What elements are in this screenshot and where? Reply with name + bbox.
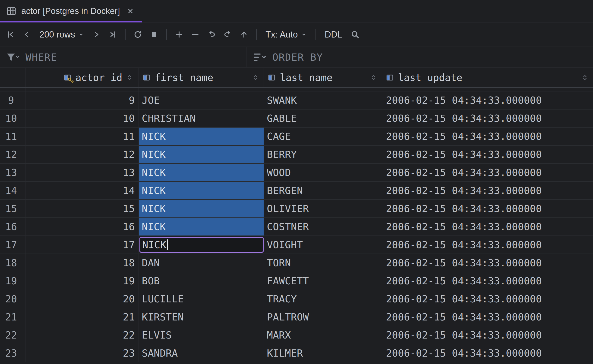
previous-page-button[interactable] [19, 26, 35, 43]
cell-editor[interactable]: NICK [139, 237, 264, 253]
cell-last-name[interactable]: COSTNER [264, 218, 382, 235]
next-page-button[interactable] [89, 26, 105, 43]
cell-last-update[interactable]: 2006-02-15 04:34:33.000000 [382, 200, 593, 217]
order-by-clause-input[interactable]: ORDER BY [247, 47, 593, 67]
cell-first-name[interactable]: NICK [139, 200, 264, 217]
cell-last-update[interactable]: 2006-02-15 04:34:33.000000 [382, 128, 593, 145]
row-number[interactable]: 12 [0, 146, 26, 163]
ddl-button[interactable]: DDL [320, 26, 347, 43]
cell-last-update[interactable]: 2006-02-15 04:34:33.000000 [382, 308, 593, 326]
row-number[interactable]: 10 [0, 110, 26, 127]
cell-last-update[interactable]: 2006-02-15 04:34:33.000000 [382, 182, 593, 199]
cell-first-name[interactable]: NICK [139, 164, 264, 181]
cell-first-name[interactable]: CHRISTIAN [139, 110, 264, 127]
cell-last-name[interactable]: BERRY [264, 146, 382, 163]
cell-actor-id[interactable]: 17 [26, 236, 139, 254]
column-header-first-name[interactable]: first_name [139, 68, 264, 87]
cell-last-name[interactable]: PALTROW [264, 308, 382, 326]
search-button[interactable] [347, 26, 363, 43]
cell-last-update[interactable]: 2006-02-15 04:34:33.000000 [382, 91, 593, 109]
cell-actor-id[interactable]: 9 [26, 91, 139, 109]
row-number[interactable]: 20 [0, 290, 26, 308]
cell-actor-id[interactable]: 11 [26, 128, 139, 145]
cell-first-name[interactable]: SANDRA [139, 344, 264, 362]
cell-first-name[interactable]: NICK [139, 128, 264, 145]
stop-button[interactable] [146, 26, 162, 43]
cell-last-name[interactable]: FAWCETT [264, 272, 382, 290]
cell-last-update[interactable]: 2006-02-15 04:34:33.000000 [382, 146, 593, 163]
row-number[interactable]: 11 [0, 128, 26, 145]
cell-last-name[interactable]: KILMER [264, 344, 382, 362]
revert-button[interactable] [220, 26, 236, 43]
cell-last-update[interactable]: 2006-02-15 04:34:33.000000 [382, 272, 593, 290]
cell-last-name[interactable]: MARX [264, 326, 382, 344]
table-row: 13 13 NICK WOOD 2006-02-15 04:34:33.0000… [0, 164, 593, 182]
cell-actor-id[interactable]: 13 [26, 164, 139, 181]
row-number[interactable]: 15 [0, 200, 26, 217]
cell-last-name[interactable]: SWANK [264, 91, 382, 109]
transaction-mode-selector[interactable]: Tx: Auto [261, 26, 311, 43]
cell-last-name[interactable]: GABLE [264, 110, 382, 127]
cell-last-name[interactable]: TRACY [264, 290, 382, 308]
cell-last-name[interactable]: WOOD [264, 164, 382, 181]
cell-first-name[interactable]: DAN [139, 254, 264, 272]
last-page-button[interactable] [105, 26, 121, 43]
cell-actor-id[interactable]: 15 [26, 200, 139, 217]
cell-last-update[interactable]: 2006-02-15 04:34:33.000000 [382, 344, 593, 362]
cell-actor-id[interactable]: 10 [26, 110, 139, 127]
cell-first-name[interactable]: NICK [139, 146, 264, 163]
first-page-button[interactable] [2, 26, 19, 43]
cell-actor-id[interactable]: 21 [26, 308, 139, 326]
cell-actor-id[interactable]: 14 [26, 182, 139, 199]
cell-actor-id[interactable]: 16 [26, 218, 139, 235]
cell-last-update[interactable]: 2006-02-15 04:34:33.000000 [382, 236, 593, 254]
row-number[interactable]: 16 [0, 218, 26, 235]
refresh-button[interactable] [130, 26, 146, 43]
cell-last-update[interactable]: 2006-02-15 04:34:33.000000 [382, 326, 593, 344]
cell-first-name[interactable]: NICK [139, 182, 264, 199]
cell-last-update[interactable]: 2006-02-15 04:34:33.000000 [382, 164, 593, 181]
page-size-selector[interactable]: 200 rows [35, 26, 89, 43]
where-clause-input[interactable]: WHERE [0, 47, 247, 67]
column-header-last-update[interactable]: last_update [382, 68, 593, 87]
row-number[interactable]: 19 [0, 272, 26, 290]
row-number[interactable]: 23 [0, 344, 26, 362]
cell-last-update[interactable]: 2006-02-15 04:34:33.000000 [382, 290, 593, 308]
cell-last-update[interactable]: 2006-02-15 04:34:33.000000 [382, 110, 593, 127]
row-number[interactable]: 13 [0, 164, 26, 181]
cell-actor-id[interactable]: 19 [26, 272, 139, 290]
add-row-button[interactable] [171, 26, 187, 43]
cell-first-name[interactable]: NICK [139, 218, 264, 235]
cell-last-update[interactable]: 2006-02-15 04:34:33.000000 [382, 218, 593, 235]
delete-row-button[interactable] [187, 26, 203, 43]
cell-last-name[interactable]: OLIVIER [264, 200, 382, 217]
cell-first-name[interactable]: KIRSTEN [139, 308, 264, 326]
cell-last-name[interactable]: VOIGHT [264, 236, 382, 254]
cell-actor-id[interactable]: 18 [26, 254, 139, 272]
cell-last-name[interactable]: BERGEN [264, 182, 382, 199]
row-number[interactable]: 18 [0, 254, 26, 272]
cell-last-name[interactable]: CAGE [264, 128, 382, 145]
cell-last-name[interactable]: TORN [264, 254, 382, 272]
cell-first-name[interactable]: BOB [139, 272, 264, 290]
close-icon[interactable] [127, 8, 134, 15]
cell-first-name[interactable]: LUCILLE [139, 290, 264, 308]
submit-button[interactable] [236, 26, 252, 43]
row-number[interactable]: 9 [0, 91, 26, 109]
table-icon [7, 6, 16, 16]
column-header-last-name[interactable]: last_name [264, 68, 382, 87]
cell-actor-id[interactable]: 22 [26, 326, 139, 344]
tab-actor[interactable]: actor [Postgres in Docker] [0, 0, 142, 22]
cell-last-update[interactable]: 2006-02-15 04:34:33.000000 [382, 254, 593, 272]
undo-button[interactable] [203, 26, 220, 43]
row-number[interactable]: 22 [0, 326, 26, 344]
cell-actor-id[interactable]: 23 [26, 344, 139, 362]
row-number[interactable]: 17 [0, 236, 26, 254]
cell-first-name[interactable]: JOE [139, 91, 264, 109]
cell-first-name[interactable]: ELVIS [139, 326, 264, 344]
row-number[interactable]: 21 [0, 308, 26, 326]
row-number[interactable]: 14 [0, 182, 26, 199]
cell-actor-id[interactable]: 20 [26, 290, 139, 308]
cell-actor-id[interactable]: 12 [26, 146, 139, 163]
column-header-actor-id[interactable]: actor_id [26, 68, 139, 87]
